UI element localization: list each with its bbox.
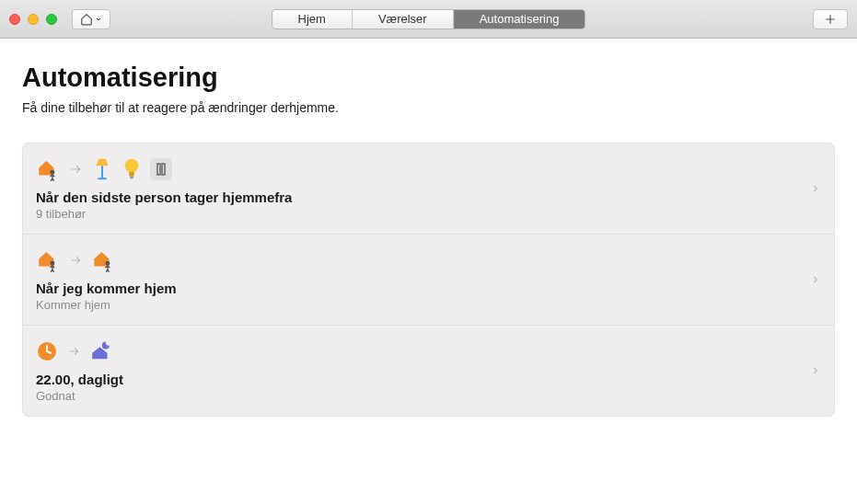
view-segmented-control: Hjem Værelser Automatisering [272,9,586,29]
maximize-button[interactable] [46,14,57,25]
tab-rooms[interactable]: Værelser [353,10,454,29]
house-leave-icon [36,248,60,272]
automation-title: 22.00, dagligt [36,372,817,387]
house-arrive-icon [91,248,115,272]
minimize-button[interactable] [28,14,39,25]
svg-rect-4 [129,172,134,177]
switch-tile-icon [150,158,172,180]
window-controls [9,14,57,25]
automation-list: Når den sidste person tager hjemmefra 9 … [22,143,835,417]
chevron-right-icon [811,273,819,286]
svg-rect-1 [101,166,103,178]
main-content: Automatisering Få dine tilbehør til at r… [0,39,857,441]
lamp-icon [91,157,113,181]
automation-row[interactable]: Når jeg kommer hjem Kommer hjem [23,235,834,326]
tab-home[interactable]: Hjem [272,10,353,29]
svg-point-9 [105,261,110,266]
arrow-right-icon [67,254,84,267]
chevron-down-icon [95,16,102,23]
svg-rect-5 [130,176,133,178]
automation-subtitle: 9 tilbehør [36,207,817,221]
svg-rect-2 [98,178,106,179]
home-selector-dropdown[interactable] [72,9,110,29]
close-button[interactable] [9,14,20,25]
bulb-icon [121,157,143,181]
clock-icon [36,340,58,362]
automation-title: Når jeg kommer hjem [36,281,817,296]
tab-automation[interactable]: Automatisering [454,10,585,29]
add-button[interactable] [813,9,848,29]
automation-icon-strip [36,247,817,273]
arrow-right-icon [67,163,84,176]
automation-icon-strip [36,338,817,364]
svg-rect-7 [162,164,165,175]
house-icon [80,13,93,26]
plus-icon [824,13,837,26]
automation-icon-strip [36,156,817,182]
chevron-right-icon [811,364,819,377]
automation-title: Når den sidste person tager hjemmefra [36,189,817,205]
house-night-icon [89,339,113,363]
arrow-right-icon [65,345,82,358]
svg-point-3 [125,159,139,173]
automation-row[interactable]: 22.00, dagligt Godnat [23,326,834,416]
automation-subtitle: Godnat [36,389,817,403]
page-title: Automatisering [22,63,835,93]
svg-rect-6 [157,164,160,175]
svg-point-8 [50,261,54,266]
window-titlebar: Hjem Værelser Automatisering [0,0,857,39]
automation-subtitle: Kommer hjem [36,298,817,312]
svg-point-0 [50,170,54,175]
chevron-right-icon [811,182,819,195]
automation-row[interactable]: Når den sidste person tager hjemmefra 9 … [23,143,834,235]
page-subtitle: Få dine tilbehør til at reagere på ændri… [22,100,835,115]
house-leave-icon [36,157,60,181]
